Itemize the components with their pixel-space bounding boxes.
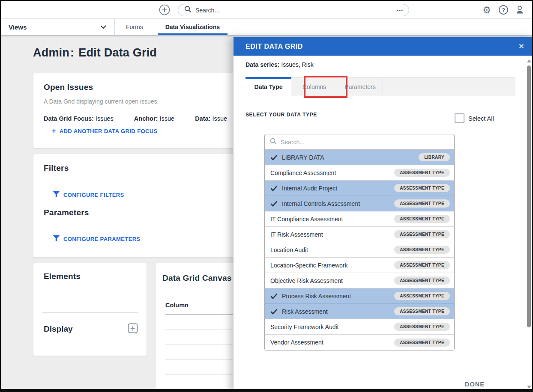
select-all-checkbox[interactable] <box>455 113 464 123</box>
modal-tab-parameters[interactable]: Parameters <box>337 77 383 96</box>
check-icon <box>270 154 282 160</box>
help-button[interactable]: ? <box>498 5 509 16</box>
check-icon <box>270 185 282 191</box>
modal-header: EDIT DATA GRID ✕ <box>234 37 533 56</box>
picklist-search <box>265 134 454 150</box>
user-menu-button[interactable] <box>514 5 525 16</box>
add-button[interactable] <box>159 4 171 16</box>
search-icon <box>184 6 192 15</box>
user-icon <box>515 5 525 16</box>
funnel-icon <box>53 191 60 199</box>
item-type-badge: ASSESSMENT TYPE <box>394 323 450 331</box>
picklist-item-label: Compliance Assessment <box>270 169 394 176</box>
scrollbar-thumb[interactable] <box>527 65 531 327</box>
views-dropdown[interactable]: Views <box>1 19 115 35</box>
parameters-title: Parameters <box>44 208 89 217</box>
anchor-value: Issue <box>159 115 174 122</box>
picklist-item-label: Process Risk Assessment <box>282 293 394 300</box>
global-search-input[interactable] <box>195 7 391 14</box>
column-header: Column <box>165 302 189 309</box>
focus-value: Issues <box>96 115 114 122</box>
add-data-grid-focus-button[interactable]: + ADD ANOTHER DATA GRID FOCUS <box>52 127 158 135</box>
top-bar: ••• ⚙ ? <box>1 1 532 19</box>
anchor-label: Anchor: <box>134 115 158 122</box>
configure-parameters-button[interactable]: CONFIGURE PARAMETERS <box>53 235 141 243</box>
picklist-item-label: IT Risk Assessment <box>270 231 394 238</box>
funnel-icon <box>53 235 60 243</box>
views-dropdown-label: Views <box>9 24 100 31</box>
app-window: ••• ⚙ ? Views FormsData Visualizations A… <box>0 0 533 392</box>
picklist-item-label: Location-Specific Framework <box>270 262 394 269</box>
close-icon: ✕ <box>518 42 524 50</box>
picklist-item-label: LIBRARY DATA <box>282 154 419 161</box>
item-type-badge: ASSESSMENT TYPE <box>394 246 450 254</box>
plus-icon: + <box>52 127 56 135</box>
window-bottom-edge <box>1 389 532 391</box>
modal-tab-data-type[interactable]: Data Type <box>246 77 291 96</box>
data-label: Data: <box>195 115 210 122</box>
item-type-badge: ASSESSMENT TYPE <box>394 169 450 177</box>
data-series: Data series: Issues, Risk <box>246 61 314 68</box>
picklist-item-library-data[interactable]: LIBRARY DATALIBRARY <box>265 150 454 165</box>
svg-text:?: ? <box>502 7 505 13</box>
focus-label: Data Grid Focus: <box>44 115 94 122</box>
plus-square-icon <box>128 328 138 335</box>
picklist-item-internal-audit-project[interactable]: Internal Audit ProjectASSESSMENT TYPE <box>265 181 454 196</box>
elements-title: Elements <box>44 272 136 281</box>
item-type-badge: ASSESSMENT TYPE <box>394 339 450 347</box>
page-title-main: Edit Data Grid <box>78 46 157 59</box>
scroll-down-icon[interactable] <box>527 386 531 389</box>
picklist-item-label: Security Framework Audit <box>270 324 394 330</box>
check-icon <box>270 293 282 299</box>
select-all-label: Select All <box>468 115 494 122</box>
check-icon <box>270 309 282 315</box>
select-all-control[interactable]: Select All <box>455 113 494 123</box>
search-more-button[interactable]: ••• <box>391 4 409 16</box>
modal-title: EDIT DATA GRID <box>246 43 518 50</box>
nav-bar: Views FormsData Visualizations <box>1 19 532 35</box>
picklist-item-vendor-assessment[interactable]: Vendor AssessmentASSESSMENT TYPE <box>265 335 454 350</box>
tab-data-visualizations[interactable]: Data Visualizations <box>154 19 231 35</box>
display-label: Display <box>44 324 73 334</box>
picklist-item-label: Objective Risk Assessment <box>270 277 394 284</box>
picklist-item-it-compliance-assessment[interactable]: IT Compliance AssessmentASSESSMENT TYPE <box>265 211 454 227</box>
picklist-item-objective-risk-assessment[interactable]: Objective Risk AssessmentASSESSMENT TYPE <box>265 273 454 288</box>
item-type-badge: ASSESSMENT TYPE <box>394 307 450 315</box>
page-title: Admin:Edit Data Grid <box>33 46 157 59</box>
chevron-down-icon <box>100 23 107 31</box>
picklist-item-it-risk-assessment[interactable]: IT Risk AssessmentASSESSMENT TYPE <box>265 227 454 242</box>
close-button[interactable]: ✕ <box>518 42 524 51</box>
done-button[interactable]: DONE <box>465 381 485 388</box>
picklist-item-process-risk-assessment[interactable]: Process Risk AssessmentASSESSMENT TYPE <box>265 288 454 304</box>
picklist-item-security-framework-audit[interactable]: Security Framework AuditASSESSMENT TYPE <box>265 319 454 335</box>
picklist-item-location-audit[interactable]: Location AuditASSESSMENT TYPE <box>265 242 454 258</box>
picklist-item-internal-controls-assessment[interactable]: Internal Controls AssessmentASSESSMENT T… <box>265 196 454 211</box>
plus-circle-icon <box>159 4 170 17</box>
configure-filters-button[interactable]: CONFIGURE FILTERS <box>53 191 124 199</box>
picklist-item-location-specific-framework[interactable]: Location-Specific FrameworkASSESSMENT TY… <box>265 258 454 273</box>
edit-data-grid-modal: EDIT DATA GRID ✕ Data series: Issues, Ri… <box>233 37 533 392</box>
picklist-rows: LIBRARY DATALIBRARYCompliance Assessment… <box>265 150 454 350</box>
add-display-element-button[interactable] <box>128 323 138 335</box>
picklist-item-label: Location Audit <box>270 246 394 253</box>
tab-forms[interactable]: Forms <box>115 19 154 35</box>
item-type-badge: ASSESSMENT TYPE <box>394 292 450 300</box>
item-type-badge: LIBRARY <box>419 153 450 161</box>
modal-tabs: Data TypeColumnsParameters <box>246 77 515 96</box>
item-type-badge: ASSESSMENT TYPE <box>394 261 450 269</box>
picklist-item-label: IT Compliance Assessment <box>270 216 394 223</box>
modal-scrollbar <box>527 59 532 389</box>
data-type-picklist: LIBRARY DATALIBRARYCompliance Assessment… <box>264 134 455 350</box>
settings-button[interactable]: ⚙ <box>481 5 492 16</box>
picklist-item-risk-assessment[interactable]: Risk AssessmentASSESSMENT TYPE <box>265 304 454 319</box>
global-search: ••• <box>178 4 409 16</box>
picklist-item-compliance-assessment[interactable]: Compliance AssessmentASSESSMENT TYPE <box>265 165 454 181</box>
picklist-search-input[interactable] <box>281 139 454 146</box>
scroll-up-icon[interactable] <box>527 59 531 62</box>
picklist-item-label: Internal Controls Assessment <box>282 200 394 207</box>
modal-tab-columns[interactable]: Columns <box>291 77 337 96</box>
search-icon <box>270 138 277 146</box>
elements-divider <box>42 312 138 313</box>
item-type-badge: ASSESSMENT TYPE <box>394 184 450 192</box>
item-type-badge: ASSESSMENT TYPE <box>394 215 450 223</box>
